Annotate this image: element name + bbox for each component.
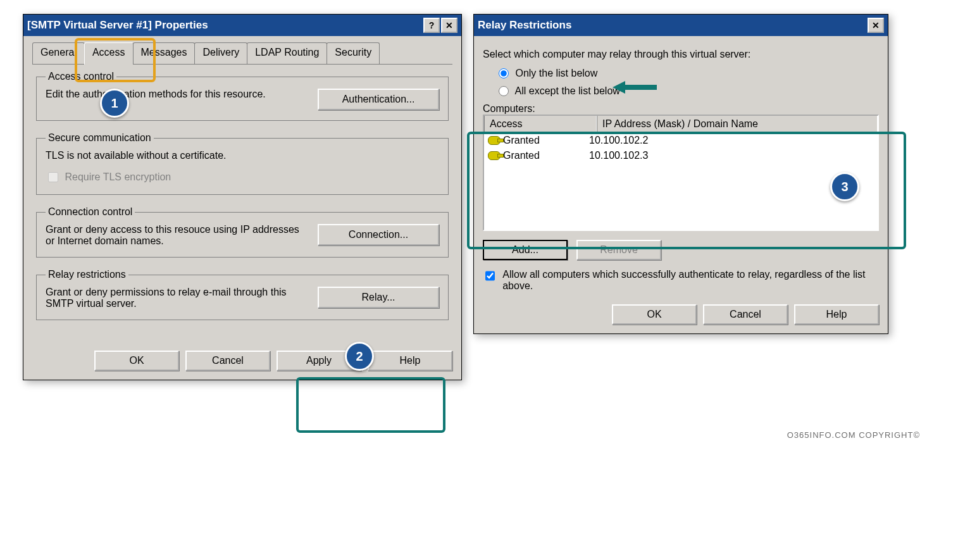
- remove-button: Remove: [576, 240, 661, 260]
- client-area: Select which computer may relay through …: [474, 36, 888, 298]
- tab-ldap-routing[interactable]: LDAP Routing: [247, 42, 327, 64]
- add-button[interactable]: Add...: [483, 240, 568, 260]
- relay-restrictions-dialog: Relay Restrictions ✕ Select which comput…: [473, 14, 888, 334]
- cancel-button[interactable]: Cancel: [703, 304, 788, 325]
- help-button[interactable]: Help: [368, 351, 452, 371]
- group-secure-communication: Secure communication TLS is not availabl…: [36, 132, 449, 195]
- radio-except-input[interactable]: [499, 86, 509, 96]
- apply-button[interactable]: Apply: [277, 351, 361, 371]
- radio-except-list[interactable]: All except the list below: [495, 84, 879, 97]
- window-title: [SMTP Virtual Server #1] Properties: [27, 19, 422, 32]
- key-icon: [488, 151, 501, 160]
- tab-general[interactable]: General: [32, 42, 85, 64]
- group-access-control: Access control Edit the authentication m…: [36, 71, 449, 121]
- properties-dialog: [SMTP Virtual Server #1] Properties ? ✕ …: [23, 14, 462, 380]
- dialog-footer: OK Cancel Apply Help: [23, 344, 461, 380]
- authentication-button[interactable]: Authentication...: [318, 89, 439, 110]
- cancel-button[interactable]: Cancel: [185, 351, 270, 371]
- allow-auth-checkbox[interactable]: Allow all computers which successfully a…: [483, 269, 879, 292]
- copyright-text: O365INFO.COM COPYRIGHT©: [787, 430, 920, 440]
- col-access[interactable]: Access: [484, 116, 597, 132]
- close-icon[interactable]: ✕: [441, 18, 457, 33]
- connection-text: Grant or deny access to this resouce usi…: [46, 224, 310, 247]
- secure-text: TLS is not available without a certifica…: [46, 150, 439, 161]
- dialog-footer: OK Cancel Help: [474, 298, 888, 333]
- computers-list[interactable]: Access IP Address (Mask) / Domain Name G…: [483, 115, 879, 231]
- relay-button[interactable]: Relay...: [318, 287, 439, 308]
- client-area: General Access Messages Delivery LDAP Ro…: [23, 36, 461, 344]
- radio-only-input[interactable]: [499, 68, 509, 78]
- group-legend: Secure communication: [46, 132, 154, 144]
- key-icon: [488, 136, 501, 145]
- tab-security[interactable]: Security: [327, 42, 380, 64]
- connection-button[interactable]: Connection...: [318, 224, 439, 246]
- window-title: Relay Restrictions: [478, 19, 866, 32]
- allow-auth-input[interactable]: [485, 271, 495, 281]
- access-control-text: Edit the authentication methods for this…: [46, 89, 310, 100]
- ok-button[interactable]: OK: [94, 351, 179, 371]
- group-relay-restrictions: Relay restrictions Grant or deny permiss…: [36, 269, 449, 320]
- tab-strip: General Access Messages Delivery LDAP Ro…: [32, 42, 452, 65]
- require-tls-input: [48, 172, 58, 182]
- computers-label: Computers:: [483, 103, 879, 115]
- list-item[interactable]: Granted 10.100.102.3: [484, 148, 878, 163]
- ok-button[interactable]: OK: [612, 304, 697, 325]
- col-ip[interactable]: IP Address (Mask) / Domain Name: [597, 116, 878, 132]
- group-legend: Access control: [46, 71, 116, 82]
- group-legend: Connection control: [46, 206, 135, 218]
- group-legend: Relay restrictions: [46, 269, 128, 280]
- help-icon[interactable]: ?: [423, 18, 440, 33]
- titlebar: Relay Restrictions ✕: [474, 15, 888, 36]
- intro-text: Select which computer may relay through …: [483, 49, 879, 60]
- tab-access[interactable]: Access: [84, 42, 134, 65]
- titlebar: [SMTP Virtual Server #1] Properties ? ✕: [23, 15, 461, 36]
- relay-text: Grant or deny permissions to relay e-mai…: [46, 287, 310, 309]
- tab-messages[interactable]: Messages: [133, 42, 196, 64]
- radio-only-list[interactable]: Only the list below: [495, 66, 879, 79]
- annotation-box-relay: [296, 377, 445, 433]
- require-tls-checkbox: Require TLS encryption: [46, 171, 171, 182]
- tab-delivery[interactable]: Delivery: [194, 42, 247, 64]
- list-item[interactable]: Granted 10.100.102.2: [484, 133, 878, 148]
- group-connection-control: Connection control Grant or deny access …: [36, 206, 449, 258]
- close-icon[interactable]: ✕: [868, 18, 884, 33]
- list-header: Access IP Address (Mask) / Domain Name: [484, 116, 878, 133]
- help-button[interactable]: Help: [794, 304, 879, 325]
